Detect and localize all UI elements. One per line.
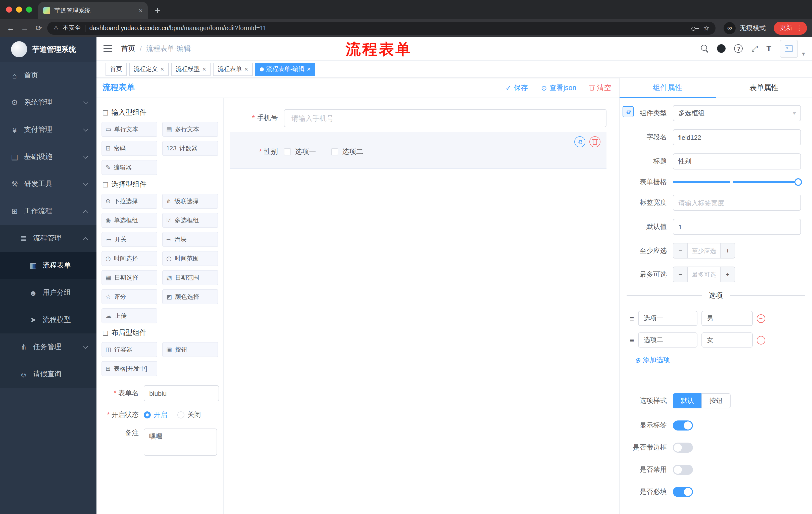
fullscreen-icon[interactable]: ⤢: [751, 44, 758, 53]
tag-process-form-edit[interactable]: 流程表单-编辑 ×: [255, 63, 315, 76]
window-close-button[interactable]: [6, 6, 12, 12]
border-toggle[interactable]: [673, 442, 693, 453]
browser-menu-icon[interactable]: ⋮: [796, 24, 803, 32]
palette-item-date-range[interactable]: ▧日期范围: [162, 270, 218, 285]
title-input[interactable]: [673, 154, 801, 169]
form-name-input[interactable]: [144, 385, 219, 401]
close-icon[interactable]: ×: [307, 65, 311, 73]
tab-form-props[interactable]: 表单属性: [716, 78, 812, 98]
drag-handle-icon[interactable]: ≡: [630, 314, 634, 323]
sidebar-item-payment-mgmt[interactable]: ¥ 支付管理: [0, 116, 96, 143]
palette-item-checkbox-group[interactable]: ☑多选框组: [162, 213, 218, 228]
max-select-input[interactable]: [688, 267, 720, 282]
tag-process-model[interactable]: 流程模型 ×: [171, 63, 210, 76]
palette-item-cascader[interactable]: ⋔级联选择: [162, 194, 218, 209]
palette-item-single-line-text[interactable]: ▭单行文本: [102, 122, 157, 137]
tag-home[interactable]: 首页: [106, 63, 127, 76]
sidebar-item-home[interactable]: ⌂ 首页: [0, 62, 96, 89]
increment-button[interactable]: +: [720, 267, 735, 282]
remove-option-button[interactable]: −: [757, 314, 765, 323]
security-label[interactable]: 不安全: [63, 24, 81, 32]
url-text[interactable]: dashboard.yudao.iocoder.cn/bpm/manager/f…: [89, 24, 688, 31]
close-icon[interactable]: ×: [244, 65, 248, 73]
palette-item-color-picker[interactable]: ◩颜色选择: [162, 289, 218, 304]
tab-close-icon[interactable]: ×: [139, 6, 143, 15]
palette-item-radio-group[interactable]: ◉单选框组: [102, 213, 157, 228]
decrement-button[interactable]: −: [673, 243, 688, 258]
component-type-select[interactable]: 多选框组 ▾: [673, 105, 801, 121]
palette-item-rate[interactable]: ☆评分: [102, 289, 157, 304]
app-logo[interactable]: 芋道管理系统: [0, 37, 96, 62]
field-name-input[interactable]: [673, 129, 801, 145]
sidebar-item-process-form[interactable]: ▥ 流程表单: [0, 252, 96, 279]
avatar-caret-icon[interactable]: ▾: [802, 50, 805, 57]
palette-item-row-container[interactable]: ◫行容器: [102, 342, 157, 357]
clear-button[interactable]: 清空: [589, 83, 611, 92]
sidebar-item-infrastructure[interactable]: ▤ 基础设施: [0, 143, 96, 170]
doc-link-button[interactable]: ⧉: [622, 106, 634, 117]
palette-item-password[interactable]: ⊡密码: [102, 141, 157, 156]
drag-handle-icon[interactable]: ≡: [630, 336, 634, 344]
gender-option2-checkbox[interactable]: 选项二: [331, 147, 363, 156]
palette-item-time-range[interactable]: ◴时间范围: [162, 251, 218, 266]
form-field-phone[interactable]: 手机号: [230, 109, 607, 127]
close-icon[interactable]: ×: [160, 65, 164, 73]
slider-track[interactable]: [673, 181, 798, 183]
palette-item-editor[interactable]: ✎编辑器: [102, 160, 157, 175]
window-zoom-button[interactable]: [26, 6, 32, 12]
sidebar-item-process-model[interactable]: ➤ 流程模型: [0, 306, 96, 333]
min-select-input[interactable]: [688, 243, 720, 258]
sidebar-item-dev-tools[interactable]: ⚒ 研发工具: [0, 170, 96, 198]
new-tab-button[interactable]: +: [155, 5, 160, 16]
sidebar-item-leave-query[interactable]: ☺ 请假查询: [0, 360, 96, 388]
help-icon[interactable]: ?: [734, 44, 743, 53]
forward-button[interactable]: →: [19, 24, 30, 32]
gender-option1-checkbox[interactable]: 选项一: [284, 147, 316, 156]
url-bar[interactable]: ⚠ 不安全 dashboard.yudao.iocoder.cn/bpm/man…: [47, 21, 716, 34]
slider-handle[interactable]: [794, 178, 802, 186]
breadcrumb-home[interactable]: 首页: [121, 44, 135, 53]
option-value-input[interactable]: [701, 311, 753, 326]
label-width-input[interactable]: [673, 195, 801, 211]
palette-item-date-picker[interactable]: ▦日期选择: [102, 270, 157, 285]
required-toggle[interactable]: [673, 487, 693, 497]
close-icon[interactable]: ×: [202, 65, 206, 73]
palette-item-button[interactable]: ▣按钮: [162, 342, 218, 357]
palette-item-multi-line-text[interactable]: ▤多行文本: [162, 122, 218, 137]
delete-component-button[interactable]: [589, 136, 601, 147]
form-grid-slider[interactable]: [673, 181, 801, 183]
disabled-toggle[interactable]: [673, 465, 693, 475]
font-size-icon[interactable]: T: [766, 44, 771, 53]
option-label-input[interactable]: [638, 311, 697, 326]
update-button[interactable]: 更新 ⋮: [774, 21, 807, 34]
palette-item-counter[interactable]: 123计数器: [162, 141, 218, 156]
sidebar-item-task-mgmt[interactable]: ⋔ 任务管理: [0, 333, 96, 360]
search-icon[interactable]: [701, 45, 709, 52]
palette-item-slider[interactable]: ⊸滑块: [162, 232, 218, 247]
back-button[interactable]: ←: [5, 24, 16, 32]
save-button[interactable]: ✓ 保存: [505, 83, 528, 92]
phone-input[interactable]: [284, 109, 607, 127]
palette-item-switch[interactable]: ⊶开关: [102, 232, 157, 247]
show-label-toggle[interactable]: [673, 421, 693, 431]
browser-tab[interactable]: 芋道管理系统 ×: [38, 2, 148, 19]
tag-process-definition[interactable]: 流程定义 ×: [129, 63, 169, 76]
remove-option-button[interactable]: −: [757, 336, 765, 344]
hamburger-icon[interactable]: [104, 45, 112, 52]
status-off-radio[interactable]: 关闭: [177, 410, 201, 420]
copy-component-button[interactable]: ⧉: [574, 136, 585, 147]
style-button-button[interactable]: 按钮: [701, 393, 731, 408]
style-default-button[interactable]: 默认: [673, 393, 701, 408]
form-field-gender-selected[interactable]: ⧉ 性别 选项一 选项二: [230, 132, 607, 169]
password-key-icon[interactable]: [692, 25, 699, 31]
sidebar-item-user-group[interactable]: ☻ 用户分组: [0, 279, 96, 306]
default-value-input[interactable]: [673, 219, 801, 235]
remark-textarea[interactable]: 嘿嘿: [144, 429, 217, 456]
github-icon[interactable]: [717, 44, 726, 53]
palette-item-select[interactable]: ⊙下拉选择: [102, 194, 157, 209]
add-option-button[interactable]: ⊕ 添加选项: [635, 356, 812, 364]
option-label-input[interactable]: [638, 332, 697, 348]
sidebar-item-process-mgmt[interactable]: ≣ 流程管理: [0, 225, 96, 252]
decrement-button[interactable]: −: [673, 267, 688, 282]
tab-component-props[interactable]: 组件属性: [619, 78, 716, 98]
